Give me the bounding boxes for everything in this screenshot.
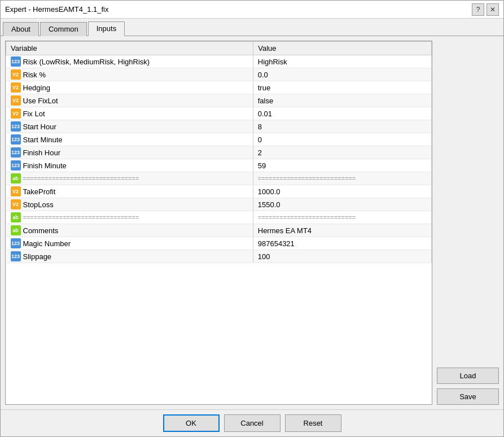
table-row[interactable]: 123Magic Number987654321 (6, 237, 432, 250)
table-container[interactable]: Variable Value 123Risk (LowRisk, MediumR… (6, 41, 432, 404)
var-type-icon: 123 (11, 160, 21, 171)
variable-name: Start Minute (23, 136, 63, 144)
variable-name: TakeProfit (23, 187, 56, 196)
title-bar-right: ? ✕ (472, 3, 499, 16)
variable-name: ================================ (23, 214, 139, 221)
variable-name: ================================ (23, 175, 139, 182)
tab-common[interactable]: Common (40, 22, 87, 36)
table-row[interactable]: V2TakeProfit1000.0 (6, 185, 432, 198)
variable-name: Magic Number (23, 239, 71, 248)
value-cell[interactable]: 59 (253, 159, 432, 172)
variable-cell: 123Finish Hour (6, 146, 253, 159)
var-type-icon: 123 (11, 134, 21, 145)
tab-about[interactable]: About (3, 22, 39, 36)
window-title: Expert - HermesEAMT4_1.1_fix (5, 5, 109, 14)
table-row[interactable]: V2Hedgingtrue (6, 81, 432, 94)
var-type-icon: 123 (11, 121, 21, 132)
variable-cell: ab================================ (6, 172, 253, 185)
var-type-icon: V2 (11, 199, 21, 209)
tabs-bar: About Common Inputs (1, 19, 503, 36)
value-cell[interactable]: 0.01 (253, 107, 432, 120)
value-cell[interactable]: 1550.0 (253, 198, 432, 211)
value-cell[interactable]: Hermes EA MT4 (253, 224, 432, 237)
content-area: Variable Value 123Risk (LowRisk, MediumR… (1, 36, 503, 409)
table-row[interactable]: ab======================================… (6, 172, 432, 185)
variable-name: Risk % (23, 71, 46, 79)
save-button[interactable]: Save (437, 388, 499, 405)
value-cell[interactable]: HighRisk (253, 55, 432, 68)
inputs-table: Variable Value 123Risk (LowRisk, MediumR… (6, 41, 432, 263)
title-bar: Expert - HermesEAMT4_1.1_fix ? ✕ (1, 1, 503, 19)
variable-cell: V2TakeProfit (6, 185, 253, 198)
value-cell[interactable]: 0 (253, 133, 432, 146)
var-type-icon: ab (11, 225, 21, 235)
value-cell[interactable]: =========================== (253, 211, 432, 224)
main-panel: Variable Value 123Risk (LowRisk, MediumR… (5, 41, 432, 405)
variable-cell: 123Magic Number (6, 237, 253, 250)
footer: OK Cancel Reset (1, 409, 503, 436)
var-type-icon: V2 (11, 108, 21, 119)
table-row[interactable]: 123Start Hour8 (6, 120, 432, 133)
variable-cell: abComments (6, 224, 253, 237)
main-window: Expert - HermesEAMT4_1.1_fix ? ✕ About C… (0, 0, 504, 437)
ok-button[interactable]: OK (163, 414, 220, 432)
variable-cell: V2Fix Lot (6, 107, 253, 120)
cancel-button[interactable]: Cancel (224, 414, 281, 432)
value-cell[interactable]: 0.0 (253, 68, 432, 81)
value-cell[interactable]: 1000.0 (253, 185, 432, 198)
var-type-icon: ab (11, 173, 21, 183)
close-button[interactable]: ✕ (487, 3, 499, 16)
value-cell[interactable]: =========================== (253, 172, 432, 185)
table-row[interactable]: abCommentsHermes EA MT4 (6, 224, 432, 237)
variable-name: Risk (LowRisk, MediumRisk, HighRisk) (23, 58, 150, 66)
table-row[interactable]: 123Start Minute0 (6, 133, 432, 146)
variable-cell: 123Start Hour (6, 120, 253, 133)
variable-name: Comments (23, 226, 59, 235)
table-row[interactable]: 123Slippage100 (6, 250, 432, 263)
variable-cell: 123Start Minute (6, 133, 253, 146)
col-value-header: Value (253, 42, 432, 55)
var-type-icon: 123 (11, 251, 21, 261)
variable-cell: 123Slippage (6, 250, 253, 263)
reset-button[interactable]: Reset (285, 414, 341, 432)
var-type-icon: 123 (11, 56, 21, 67)
variable-cell: 123Finish Minute (6, 159, 253, 172)
tab-inputs[interactable]: Inputs (88, 21, 125, 36)
variable-cell: V2StopLoss (6, 198, 253, 211)
title-bar-left: Expert - HermesEAMT4_1.1_fix (5, 5, 109, 14)
variable-cell: ab================================ (6, 211, 253, 224)
col-variable-header: Variable (6, 42, 253, 55)
table-row[interactable]: V2Fix Lot0.01 (6, 107, 432, 120)
var-type-icon: V2 (11, 82, 21, 93)
var-type-icon: V2 (11, 95, 21, 106)
variable-name: Hedging (23, 84, 50, 92)
value-cell[interactable]: 100 (253, 250, 432, 263)
var-type-icon: 123 (11, 147, 21, 158)
value-cell[interactable]: true (253, 81, 432, 94)
variable-cell: V2Risk % (6, 68, 253, 81)
table-row[interactable]: 123Finish Minute59 (6, 159, 432, 172)
value-cell[interactable]: 2 (253, 146, 432, 159)
variable-name: Start Hour (23, 123, 56, 131)
variable-name: StopLoss (23, 200, 54, 209)
table-row[interactable]: 123Finish Hour2 (6, 146, 432, 159)
value-cell[interactable]: 987654321 (253, 237, 432, 250)
variable-name: Finish Hour (23, 148, 60, 157)
help-button[interactable]: ? (472, 3, 484, 16)
table-row[interactable]: ab======================================… (6, 211, 432, 224)
value-cell[interactable]: false (253, 94, 432, 107)
value-cell[interactable]: 8 (253, 120, 432, 133)
variable-name: Finish Minute (23, 161, 67, 170)
table-row[interactable]: V2StopLoss1550.0 (6, 198, 432, 211)
variable-cell: 123Risk (LowRisk, MediumRisk, HighRisk) (6, 55, 253, 68)
side-panel: Load Save (437, 41, 499, 405)
var-type-icon: V2 (11, 69, 21, 80)
table-row[interactable]: V2Use FixLotfalse (6, 94, 432, 107)
var-type-icon: 123 (11, 238, 21, 248)
variable-name: Slippage (23, 252, 52, 261)
table-row[interactable]: 123Risk (LowRisk, MediumRisk, HighRisk)H… (6, 55, 432, 68)
table-row[interactable]: V2Risk %0.0 (6, 68, 432, 81)
variable-name: Use FixLot (23, 97, 58, 105)
variable-cell: V2Hedging (6, 81, 253, 94)
load-button[interactable]: Load (437, 368, 499, 384)
